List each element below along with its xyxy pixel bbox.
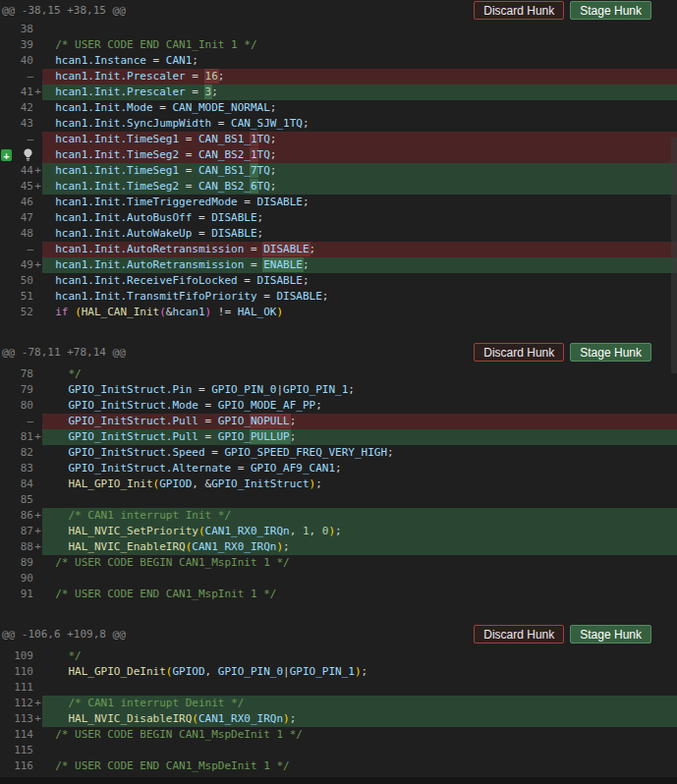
- diff-line: 90: [0, 571, 677, 587]
- code-line[interactable]: [42, 743, 677, 758]
- code-token: NOPULL: [251, 415, 290, 427]
- line-number: 47: [0, 210, 33, 226]
- code-token: GPIO_SPEED_FREQ_VERY_HIGH: [224, 446, 387, 459]
- code-line[interactable]: if (HAL_CAN_Init(&hcan1) != HAL_OK): [42, 305, 677, 320]
- code-line[interactable]: [42, 22, 677, 37]
- code-line[interactable]: HAL_NVIC_EnableIRQ(CAN1_RX0_IRQn);: [42, 539, 677, 555]
- code-line[interactable]: HAL_NVIC_DisableIRQ(CAN1_RX0_IRQn);: [42, 711, 677, 727]
- line-number: 80: [0, 398, 33, 414]
- code-line[interactable]: hcan1.Init.Mode = CAN_MODE_NORMAL;: [42, 100, 677, 116]
- code-line[interactable]: /* CAN1 interrupt Deinit */: [42, 696, 677, 711]
- code-line[interactable]: hcan1.Init.AutoWakeUp = DISABLE;: [42, 226, 677, 242]
- code-line[interactable]: GPIO_InitStruct.Pin = GPIO_PIN_0|GPIO_PI…: [42, 382, 677, 398]
- code-line[interactable]: hcan1.Init.SyncJumpWidth = CAN_SJW_1TQ;: [42, 116, 677, 132]
- line-gutter: 84: [0, 476, 42, 492]
- code-token: */: [42, 649, 82, 662]
- diff-line: – hcan1.Init.AutoRetransmission = DISABL…: [0, 242, 677, 257]
- code-token: /* USER CODE BEGIN CAN1_MspInit 1 */: [42, 556, 290, 569]
- line-number: 40: [0, 53, 33, 69]
- line-gutter: 90: [0, 571, 42, 587]
- code-line[interactable]: HAL_GPIO_Init(GPIOD, &GPIO_InitStruct);: [42, 476, 677, 492]
- diff-line: 114 /* USER CODE BEGIN CAN1_MspDeInit 1 …: [0, 727, 677, 743]
- stage-hunk-button[interactable]: Stage Hunk: [570, 343, 651, 362]
- code-token: =: [198, 430, 218, 443]
- code-line[interactable]: hcan1.Init.ReceiveFifoLocked = DISABLE;: [42, 273, 677, 289]
- code-token: (: [75, 306, 82, 318]
- code-line[interactable]: /* CAN1 interrupt Init */: [42, 508, 677, 524]
- code-line[interactable]: hcan1.Init.AutoRetransmission = ENABLE;: [42, 257, 677, 273]
- code-token: ,: [310, 525, 322, 537]
- code-line[interactable]: [42, 571, 677, 587]
- code-line[interactable]: hcan1.Init.TimeSeg2 = CAN_BS2_1TQ;: [42, 147, 677, 163]
- code-line[interactable]: hcan1.Init.TimeSeg1 = CAN_BS1_1TQ;: [42, 132, 677, 147]
- code-token: =: [198, 415, 218, 427]
- code-token: HAL_GPIO_Init: [42, 477, 153, 490]
- code-token: hcan1.Init.AutoRetransmission: [42, 243, 244, 255]
- stage-hunk-button[interactable]: Stage Hunk: [570, 625, 651, 644]
- scrollbar-thumb[interactable]: [671, 138, 677, 373]
- bottom-edge: [0, 777, 677, 784]
- added-marker: [33, 571, 42, 587]
- code-line[interactable]: /* USER CODE BEGIN CAN1_MspDeInit 1 */: [42, 727, 677, 743]
- code-line[interactable]: GPIO_InitStruct.Speed = GPIO_SPEED_FREQ_…: [42, 445, 677, 461]
- gutter-plus-button[interactable]: +: [1, 149, 12, 161]
- discard-hunk-button[interactable]: Discard Hunk: [474, 625, 564, 644]
- stage-hunk-button[interactable]: Stage Hunk: [570, 1, 651, 20]
- code-token: , &: [192, 477, 211, 490]
- discard-hunk-button[interactable]: Discard Hunk: [474, 1, 564, 20]
- code-line[interactable]: hcan1.Init.AutoBusOff = DISABLE;: [42, 210, 677, 226]
- code-token: ;: [290, 712, 297, 725]
- code-token: ;: [362, 665, 368, 678]
- code-token: =: [205, 446, 225, 459]
- code-line[interactable]: /* USER CODE END CAN1_MspInit 1 */: [42, 587, 677, 602]
- code-line[interactable]: */: [42, 366, 677, 382]
- code-token: */: [42, 367, 82, 380]
- code-line[interactable]: GPIO_InitStruct.Mode = GPIO_MODE_AF_PP;: [42, 398, 677, 414]
- code-line[interactable]: hcan1.Init.TransmitFifoPriority = DISABL…: [42, 289, 677, 305]
- code-token: hcan1.Init.SyncJumpWidth: [42, 117, 211, 130]
- code-line[interactable]: GPIO_InitStruct.Pull = GPIO_NOPULL;: [42, 414, 677, 429]
- code-line[interactable]: /* USER CODE BEGIN CAN1_MspInit 1 */: [42, 555, 677, 571]
- hunk-range-label: @@ -106,6 +109,8 @@: [2, 625, 126, 644]
- code-token: =: [257, 290, 277, 303]
- lightbulb-icon[interactable]: [23, 148, 33, 161]
- diff-line: 89 /* USER CODE BEGIN CAN1_MspInit 1 */: [0, 555, 677, 571]
- line-gutter: 79: [0, 382, 42, 398]
- code-line[interactable]: GPIO_InitStruct.Alternate = GPIO_AF9_CAN…: [42, 461, 677, 476]
- code-line[interactable]: */: [42, 648, 677, 664]
- code-line[interactable]: hcan1.Init.AutoRetransmission = DISABLE;: [42, 242, 677, 257]
- code-line[interactable]: hcan1.Instance = CAN1;: [42, 53, 677, 69]
- code-token: TQ: [257, 164, 270, 177]
- code-line[interactable]: hcan1.Init.Prescaler = 3;: [42, 84, 677, 100]
- discard-hunk-button[interactable]: Discard Hunk: [474, 343, 564, 362]
- code-token: GPIO_MODE_AF_PP: [218, 399, 315, 412]
- scrollbar[interactable]: [671, 0, 677, 784]
- line-gutter: 111: [0, 680, 42, 696]
- code-line[interactable]: hcan1.Init.Prescaler = 16;: [42, 69, 677, 84]
- code-line[interactable]: [42, 492, 677, 508]
- line-gutter: 115: [0, 743, 42, 758]
- line-gutter: 46: [0, 195, 42, 210]
- code-token: =: [179, 133, 198, 145]
- code-line[interactable]: hcan1.Init.TimeSeg2 = CAN_BS2_6TQ;: [42, 179, 677, 195]
- code-line[interactable]: /* USER CODE END CAN1_Init 1 */: [42, 37, 677, 53]
- line-gutter: 82: [0, 445, 42, 461]
- code-line[interactable]: HAL_NVIC_SetPriority(CAN1_RX0_IRQn, 1, 0…: [42, 524, 677, 539]
- code-line[interactable]: hcan1.Init.TimeTriggeredMode = DISABLE;: [42, 195, 677, 210]
- line-gutter: 49+: [0, 257, 42, 273]
- code-line[interactable]: /* USER CODE END CAN1_MspDeInit 1 */: [42, 758, 677, 774]
- line-number: –: [0, 414, 33, 429]
- added-marker: +: [33, 257, 42, 273]
- line-number: 84: [0, 476, 33, 492]
- code-token: =: [238, 274, 257, 287]
- line-number: 39: [0, 37, 33, 53]
- code-line[interactable]: [42, 680, 677, 696]
- code-token: CAN_BS1_: [198, 164, 251, 177]
- line-gutter: 40: [0, 53, 42, 69]
- code-line[interactable]: GPIO_InitStruct.Pull = GPIO_PULLUP;: [42, 429, 677, 445]
- code-token: hcan1.Init.TimeSeg1: [42, 133, 179, 145]
- code-token: CAN_MODE_NORMAL: [172, 101, 269, 114]
- code-line[interactable]: hcan1.Init.TimeSeg1 = CAN_BS1_7TQ;: [42, 163, 677, 179]
- code-token: =: [192, 211, 211, 224]
- code-line[interactable]: HAL_GPIO_DeInit(GPIOD, GPIO_PIN_0|GPIO_P…: [42, 664, 677, 680]
